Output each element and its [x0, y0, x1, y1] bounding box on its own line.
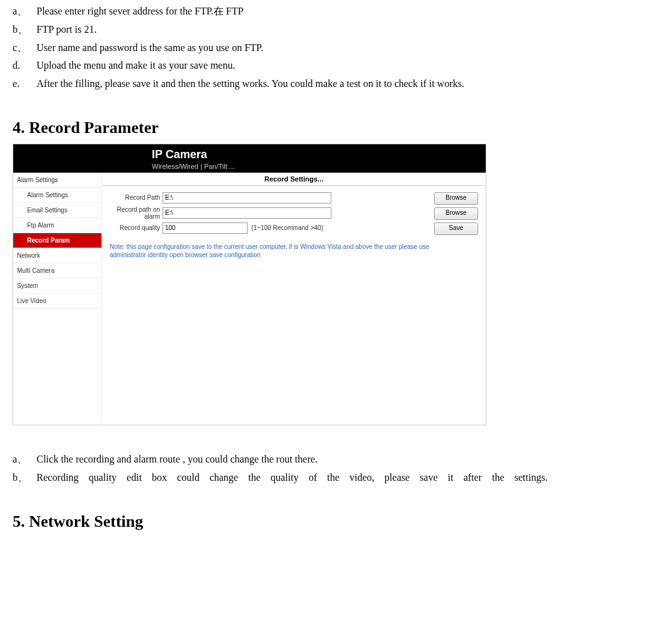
list-text: FTP port is 21. — [37, 21, 635, 39]
list-text: Recording quality edit box could change … — [37, 469, 629, 487]
list-marker: b、 — [13, 21, 37, 39]
intro-list: a、 Please enter right sever address for … — [13, 3, 639, 93]
sidebar-item-ftp-alarm[interactable]: Ftp Alarm — [13, 218, 101, 233]
record-quality-hint: (1~100 Recommand >40) — [251, 224, 323, 231]
list-item: c、 User name and password is the same as… — [13, 39, 639, 57]
list-item: b、 FTP port is 21. — [13, 21, 639, 39]
list-text: Please enter right sever address for the… — [37, 3, 635, 21]
list-text: User name and password is the same as yo… — [37, 39, 635, 57]
record-path-alarm-input[interactable] — [163, 207, 331, 219]
list-text: After the filling, please save it and th… — [37, 75, 635, 93]
sidebar-group-alarm[interactable]: Alarm Settings — [13, 173, 101, 188]
sidebar-group-multi-camera[interactable]: Multi Camera — [13, 263, 101, 279]
config-note: Note: this page configuration save to th… — [110, 243, 478, 259]
header-subtitle: Wireless/Wired | Pan/Tilt ... — [152, 163, 486, 170]
sidebar-group-network[interactable]: Network — [13, 248, 101, 263]
section-4-heading: 4. Record Parameter — [13, 118, 639, 137]
sidebar-item-alarm-settings[interactable]: Alarm Settings — [13, 188, 101, 203]
record-path-alarm-label: Record path on alarm — [110, 206, 163, 220]
browse-button-2[interactable]: Browse — [434, 207, 478, 220]
list-item: e. After the filling, please save it and… — [13, 75, 639, 93]
record-path-label: Record Path — [110, 194, 163, 201]
list-item: a、 Please enter right sever address for … — [13, 3, 639, 21]
header-title: IP Camera — [152, 148, 486, 161]
list-marker: e. — [13, 75, 37, 93]
panel-title: Record Settings... — [102, 173, 486, 186]
record-quality-input[interactable] — [163, 222, 248, 234]
list-marker: b、 — [13, 469, 37, 487]
list-item: b、 Recording quality edit box could chan… — [13, 469, 639, 487]
sidebar-item-record-param[interactable]: Record Param — [13, 233, 101, 248]
sidebar-item-email-settings[interactable]: Email Settings — [13, 203, 101, 218]
sidebar: Alarm Settings Alarm Settings Email Sett… — [13, 173, 102, 425]
main-panel: Record Settings... Record Path Record pa… — [102, 173, 486, 425]
list-text: Click the recording and alarm route , yo… — [37, 451, 635, 469]
record-path-input[interactable] — [163, 192, 331, 204]
list-text: Upload the menu and make it as your save… — [37, 57, 635, 75]
record-quality-label: Record quality — [110, 224, 163, 231]
list-marker: a、 — [13, 451, 37, 469]
browse-button-1[interactable]: Browse — [434, 192, 478, 205]
section-5-heading: 5. Network Setting — [13, 512, 639, 531]
record-settings-screenshot: IP Camera Wireless/Wired | Pan/Tilt ... … — [13, 144, 486, 425]
list-marker: c、 — [13, 39, 37, 57]
list-item: d. Upload the menu and make it as your s… — [13, 57, 639, 75]
sidebar-group-live-video[interactable]: Live Video — [13, 294, 101, 309]
sidebar-group-system[interactable]: System — [13, 279, 101, 294]
list-marker: d. — [13, 57, 37, 75]
list-marker: a、 — [13, 3, 37, 21]
save-button[interactable]: Save — [434, 222, 478, 235]
list-item: a、 Click the recording and alarm route ,… — [13, 451, 639, 469]
after-list: a、 Click the recording and alarm route ,… — [13, 451, 639, 487]
screenshot-header: IP Camera Wireless/Wired | Pan/Tilt ... — [13, 144, 486, 173]
